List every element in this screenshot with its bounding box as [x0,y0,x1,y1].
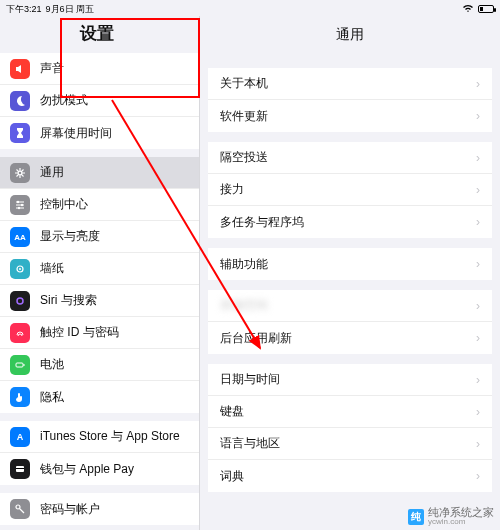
sidebar-item-general[interactable]: 通用 [0,157,199,189]
row-dictionary[interactable]: 词典› [208,460,492,492]
row-datetime[interactable]: 日期与时间› [208,364,492,396]
detail-group: 隔空投送› 接力› 多任务与程序坞› [208,142,492,238]
battery-icon [10,355,30,375]
sliders-icon [10,195,30,215]
row-label: 关于本机 [220,75,268,92]
detail-group: 存储空间› 后台应用刷新› [208,290,492,354]
row-handoff[interactable]: 接力› [208,174,492,206]
siri-icon [10,291,30,311]
watermark-logo: 纯 [408,509,424,525]
sidebar-item-touchid[interactable]: 触控 ID 与密码 [0,317,199,349]
svg-rect-13 [16,468,24,469]
chevron-right-icon: › [476,215,480,229]
chevron-right-icon: › [476,257,480,271]
row-multitask[interactable]: 多任务与程序坞› [208,206,492,238]
wifi-icon [462,4,474,15]
settings-sidebar: 设置 声音 勿扰模式 屏幕使用时间 通用 [0,16,200,530]
row-accessibility[interactable]: 辅助功能› [208,248,492,280]
sidebar-item-label: 电池 [40,356,64,373]
row-label: 多任务与程序坞 [220,214,304,231]
battery-icon [478,5,494,13]
chevron-right-icon: › [476,373,480,387]
watermark: 纯 纯净系统之家 ycwin.com [408,507,494,526]
row-label: 软件更新 [220,108,268,125]
detail-title: 通用 [200,16,500,58]
sidebar-group: 通用 控制中心 AA 显示与亮度 墙纸 Siri 与搜索 触控 ID 与密码 [0,157,199,413]
gear-icon [10,163,30,183]
sidebar-group: 声音 勿扰模式 屏幕使用时间 [0,53,199,149]
row-background-refresh[interactable]: 后台应用刷新› [208,322,492,354]
svg-rect-9 [16,363,23,367]
svg-point-7 [19,268,21,270]
row-label: 键盘 [220,403,244,420]
row-storage[interactable]: 存储空间› [208,290,492,322]
status-bar: 下午3:21 9月6日 周五 [6,2,494,16]
sidebar-item-label: Siri 与搜索 [40,292,97,309]
sidebar-item-label: 声音 [40,60,64,77]
row-keyboard[interactable]: 键盘› [208,396,492,428]
svg-text:AA: AA [14,233,26,242]
sound-icon [10,59,30,79]
moon-icon [10,91,30,111]
sidebar-item-label: 隐私 [40,389,64,406]
status-date: 9月6日 周五 [46,3,95,16]
sidebar-group: 密码与帐户 [0,493,199,525]
row-label: 接力 [220,181,244,198]
sidebar-item-label: 通用 [40,164,64,181]
chevron-right-icon: › [476,77,480,91]
sidebar-item-control-center[interactable]: 控制中心 [0,189,199,221]
hand-icon [10,387,30,407]
sidebar-item-label: 屏幕使用时间 [40,125,112,142]
wallet-icon [10,459,30,479]
svg-text:A: A [17,432,24,442]
chevron-right-icon: › [476,437,480,451]
sidebar-item-passwords[interactable]: 密码与帐户 [0,493,199,525]
svg-point-2 [17,200,19,202]
detail-pane: 通用 关于本机› 软件更新› 隔空投送› 接力› 多任务与程序坞› 辅助功能› … [200,16,500,530]
detail-group: 关于本机› 软件更新› [208,68,492,132]
status-time: 下午3:21 [6,3,42,16]
wallpaper-icon [10,259,30,279]
row-label: 日期与时间 [220,371,280,388]
sidebar-item-wallpaper[interactable]: 墙纸 [0,253,199,285]
appstore-icon: A [10,427,30,447]
detail-group: 日期与时间› 键盘› 语言与地区› 词典› [208,364,492,492]
sidebar-item-wallet[interactable]: 钱包与 Apple Pay [0,453,199,485]
key-icon [10,499,30,519]
sidebar-title: 设置 [80,22,199,45]
chevron-right-icon: › [476,469,480,483]
detail-group: 辅助功能› [208,248,492,280]
sidebar-item-label: 墙纸 [40,260,64,277]
sidebar-item-label: 钱包与 Apple Pay [40,461,134,478]
sidebar-item-dnd[interactable]: 勿扰模式 [0,85,199,117]
svg-point-1 [18,171,22,175]
sidebar-item-privacy[interactable]: 隐私 [0,381,199,413]
sidebar-item-battery[interactable]: 电池 [0,349,199,381]
row-about[interactable]: 关于本机› [208,68,492,100]
chevron-right-icon: › [476,405,480,419]
sidebar-item-appstore[interactable]: A iTunes Store 与 App Store [0,421,199,453]
svg-point-3 [21,203,23,205]
chevron-right-icon: › [476,183,480,197]
sidebar-item-label: 勿扰模式 [40,92,88,109]
sidebar-item-label: iTunes Store 与 App Store [40,428,180,445]
chevron-right-icon: › [476,331,480,345]
row-label: 后台应用刷新 [220,330,292,347]
chevron-right-icon: › [476,109,480,123]
row-language[interactable]: 语言与地区› [208,428,492,460]
row-label: 词典 [220,468,244,485]
sidebar-item-sound[interactable]: 声音 [0,53,199,85]
chevron-right-icon: › [476,299,480,313]
fingerprint-icon [10,323,30,343]
sidebar-item-label: 密码与帐户 [40,501,100,518]
chevron-right-icon: › [476,151,480,165]
sidebar-item-label: 控制中心 [40,196,88,213]
row-label: 辅助功能 [220,256,268,273]
row-airdrop[interactable]: 隔空投送› [208,142,492,174]
sidebar-item-label: 显示与亮度 [40,228,100,245]
sidebar-item-screentime[interactable]: 屏幕使用时间 [0,117,199,149]
row-label: 存储空间 [220,297,268,314]
row-software-update[interactable]: 软件更新› [208,100,492,132]
sidebar-item-siri[interactable]: Siri 与搜索 [0,285,199,317]
sidebar-item-display[interactable]: AA 显示与亮度 [0,221,199,253]
